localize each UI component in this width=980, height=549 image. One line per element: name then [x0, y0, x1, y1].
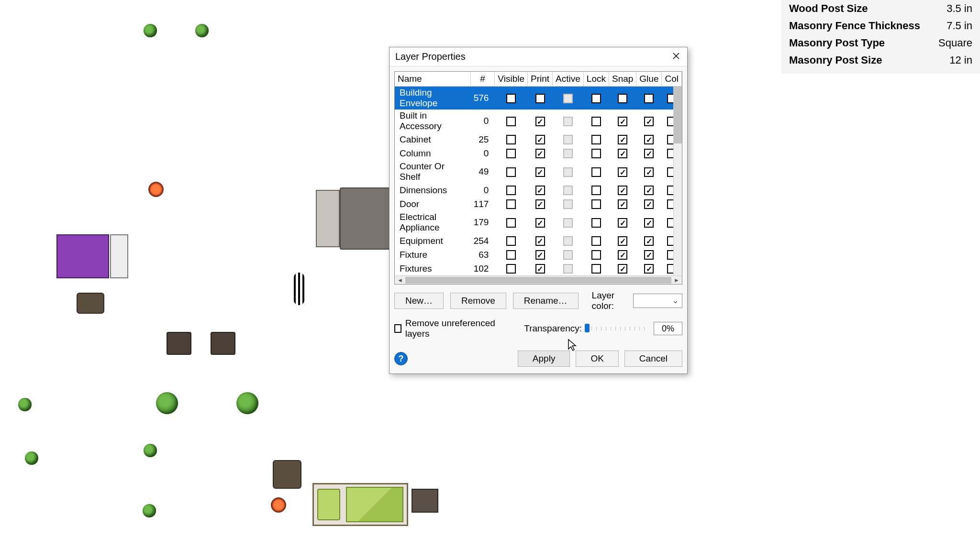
- apply-button[interactable]: Apply: [518, 351, 570, 367]
- firepit-icon: [148, 182, 164, 197]
- plant-icon: [143, 504, 156, 517]
- layer-properties-dialog: Layer Properties Name#VisiblePrintActive…: [389, 47, 688, 374]
- layer-table[interactable]: Name#VisiblePrintActiveLockSnapGlueCol B…: [394, 71, 682, 285]
- close-button[interactable]: [669, 50, 683, 62]
- layer-row[interactable]: Electrical Appliance179: [395, 211, 682, 234]
- column-header[interactable]: Name: [395, 72, 470, 87]
- properties-panel: Wood Post Size3.5 inMasonry Fence Thickn…: [781, 0, 980, 74]
- column-header[interactable]: Visible: [495, 72, 528, 87]
- plant-icon: [195, 24, 209, 37]
- cancel-button[interactable]: Cancel: [624, 351, 682, 367]
- column-header[interactable]: Active: [553, 72, 584, 87]
- plant-icon: [144, 24, 157, 37]
- layer-row[interactable]: Column0: [395, 146, 682, 160]
- door-shape[interactable]: [294, 273, 304, 305]
- layer-row[interactable]: Dimensions0: [395, 183, 682, 197]
- plant-icon: [156, 392, 178, 414]
- bed-shape[interactable]: [56, 234, 128, 278]
- column-header[interactable]: Col: [662, 72, 682, 87]
- plant-icon: [144, 444, 157, 457]
- rename-button[interactable]: Rename…: [513, 293, 579, 309]
- layer-row[interactable]: Equipment254: [395, 234, 682, 248]
- firepit-icon: [271, 497, 286, 513]
- remove-button[interactable]: Remove: [450, 293, 506, 309]
- vertical-scrollbar[interactable]: [673, 86, 682, 275]
- layer-row[interactable]: Built in Accessory0: [395, 110, 682, 132]
- layer-row[interactable]: Door117: [395, 197, 682, 211]
- layer-row[interactable]: Counter Or Shelf49: [395, 160, 682, 183]
- layer-row[interactable]: Building Envelope576: [395, 87, 682, 110]
- new-button[interactable]: New…: [394, 293, 444, 309]
- layer-color-label: Layer color:: [592, 290, 627, 311]
- transparency-label: Transparency:: [524, 323, 582, 334]
- property-row: Wood Post Size3.5 in: [789, 0, 972, 17]
- column-header[interactable]: Print: [528, 72, 553, 87]
- help-button[interactable]: ?: [394, 352, 408, 365]
- armchair-shape[interactable]: [211, 332, 235, 355]
- remove-unreferenced-label: Remove unreferenced layers: [405, 318, 495, 339]
- property-row: Masonry Post Size12 in: [789, 52, 972, 69]
- layer-row[interactable]: Cabinet25: [395, 132, 682, 146]
- dialog-title: Layer Properties: [390, 47, 687, 66]
- layer-row[interactable]: Fixture63: [395, 248, 682, 262]
- property-row: Masonry Post TypeSquare: [789, 34, 972, 52]
- chair-shape[interactable]: [273, 460, 301, 489]
- armchair-shape[interactable]: [167, 332, 191, 355]
- column-header[interactable]: Snap: [609, 72, 636, 87]
- plant-icon: [25, 451, 38, 465]
- transparency-slider[interactable]: [587, 327, 649, 330]
- property-row: Masonry Fence Thickness7.5 in: [789, 17, 972, 34]
- plant-icon: [18, 398, 32, 411]
- horizontal-scrollbar[interactable]: ◄►: [395, 275, 682, 284]
- ok-button[interactable]: OK: [576, 351, 618, 367]
- transparency-value: 0%: [654, 322, 682, 335]
- column-header[interactable]: #: [470, 72, 495, 87]
- plant-icon: [236, 392, 258, 414]
- desk-shape[interactable]: [412, 489, 438, 513]
- bed-shape[interactable]: [312, 483, 408, 526]
- chair-shape[interactable]: [77, 293, 104, 314]
- layer-color-dropdown[interactable]: [633, 294, 682, 308]
- remove-unreferenced-checkbox[interactable]: [394, 324, 401, 333]
- column-header[interactable]: Glue: [636, 72, 662, 87]
- layer-row[interactable]: Fixtures102: [395, 262, 682, 275]
- column-header[interactable]: Lock: [583, 72, 609, 87]
